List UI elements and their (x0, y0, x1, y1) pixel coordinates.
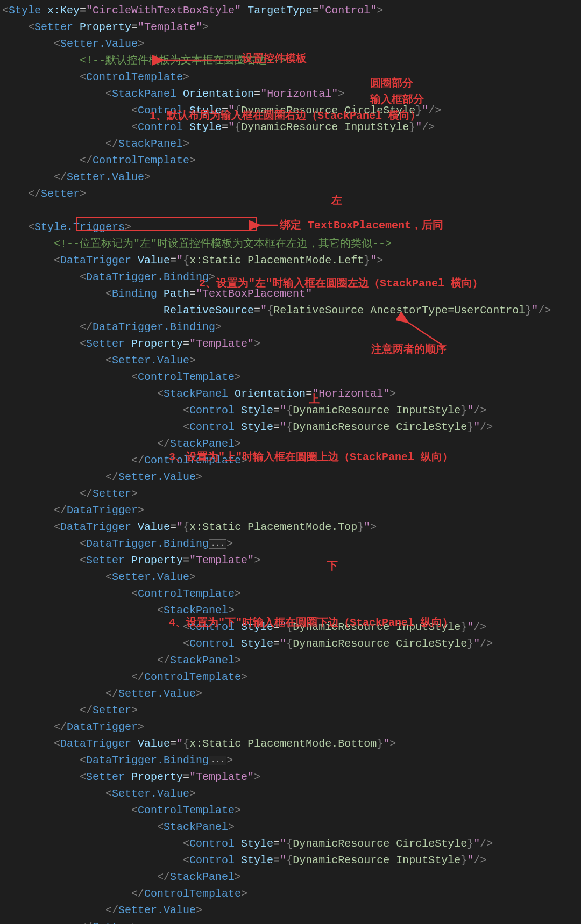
code-line[interactable]: </DataTrigger.Binding> (2, 319, 581, 335)
code-line[interactable]: <Control Style="{DynamicResource InputSt… (2, 852, 581, 869)
code-token: StackPanel (164, 388, 235, 400)
code-line[interactable]: <ControlTemplate> (2, 69, 581, 85)
code-token: </ (157, 438, 170, 450)
code-token: </ (54, 721, 67, 733)
code-line[interactable]: </Setter.Value> (2, 169, 581, 185)
code-line[interactable]: <DataTrigger Value="{x:Static PlacementM… (2, 519, 581, 535)
code-line[interactable]: </DataTrigger> (2, 719, 581, 735)
arrow-order (406, 320, 449, 347)
code-line[interactable]: </ControlTemplate> (2, 152, 581, 169)
code-token: </ (54, 504, 67, 517)
code-line[interactable]: </Setter.Value> (2, 902, 581, 919)
code-token: < (105, 571, 112, 583)
code-token: = (273, 638, 280, 650)
code-line[interactable]: </StackPanel> (2, 869, 581, 885)
code-line[interactable]: <Setter.Value> (2, 569, 581, 585)
code-line[interactable]: <StackPanel Orientation="Horizontal"> (2, 85, 581, 102)
code-token: Setter (93, 488, 131, 500)
code-token: x:Static PlacementMode.Top (189, 521, 357, 533)
annotation-circle-part: 圆圈部分 (370, 75, 413, 92)
annotation-set-template: 设置控件模板 (242, 51, 307, 67)
code-token: " (473, 421, 480, 433)
code-line[interactable]: <ControlTemplate> (2, 369, 581, 385)
code-line[interactable]: <Setter Property="Template"> (2, 19, 581, 35)
code-token: DataTrigger.Binding (86, 538, 209, 550)
code-token: " (467, 621, 473, 633)
code-token: DataTrigger.Binding (86, 271, 209, 283)
code-token: > (196, 471, 202, 483)
code-token: < (80, 538, 86, 550)
code-line[interactable]: </StackPanel> (2, 652, 581, 669)
code-token: } (377, 737, 383, 750)
code-token: > (228, 821, 235, 833)
code-line[interactable]: <ControlTemplate> (2, 585, 581, 602)
code-line[interactable]: <Setter Property="Template"> (2, 335, 581, 352)
code-token: " (176, 521, 183, 533)
code-token: x:Static PlacementMode.Bottom (189, 737, 377, 750)
code-line[interactable]: </Setter.Value> (2, 685, 581, 702)
fold-indicator[interactable]: ... (209, 756, 226, 765)
code-token: " (280, 854, 286, 866)
code-token: Property (131, 338, 183, 350)
code-token: < (28, 221, 34, 233)
code-token: /> (473, 854, 486, 866)
code-token: > (235, 588, 241, 600)
code-token: StackPanel (170, 871, 235, 883)
code-line[interactable]: <Control Style="{DynamicResource CircleS… (2, 835, 581, 852)
code-token: "Horizontal" (312, 388, 389, 400)
code-token: DataTrigger (67, 504, 138, 517)
annotation-tip-1: 1、默认布局为输入框在圆圈右边（StackPanel 横向） (150, 108, 421, 124)
code-token: } (460, 621, 467, 633)
code-token: StackPanel (170, 438, 235, 450)
code-token: < (131, 104, 138, 117)
code-line[interactable]: <Control Style="{DynamicResource InputSt… (2, 402, 581, 419)
code-line[interactable]: <DataTrigger Value="{x:Static PlacementM… (2, 252, 581, 269)
code-token: < (54, 737, 60, 750)
code-token: x:Key (47, 4, 80, 17)
code-line[interactable]: </Setter> (2, 185, 581, 202)
code-token: > (183, 138, 189, 150)
code-line[interactable]: <DataTrigger.Binding...> (2, 535, 581, 552)
code-line[interactable]: <Style x:Key="CircleWithTextBoxStyle" Ta… (2, 2, 581, 19)
code-token: DynamicResource CircleStyle (293, 421, 467, 433)
code-line[interactable]: <StackPanel> (2, 819, 581, 835)
code-token: > (235, 871, 241, 883)
code-line[interactable]: RelativeSource="{RelativeSource Ancestor… (2, 302, 581, 319)
code-token: < (157, 604, 164, 617)
code-token: ControlTemplate (144, 887, 241, 900)
code-token: } (467, 421, 473, 433)
code-token: { (183, 521, 189, 533)
code-line[interactable]: <StackPanel Orientation="Horizontal"> (2, 385, 581, 402)
code-line[interactable]: </Setter> (2, 485, 581, 502)
code-token: < (183, 638, 189, 650)
code-line[interactable]: </Setter.Value> (2, 469, 581, 485)
code-line[interactable]: </StackPanel> (2, 135, 581, 152)
code-line[interactable]: <DataTrigger Value="{x:Static PlacementM… (2, 735, 581, 752)
code-token: } (364, 254, 370, 267)
code-token: " (260, 304, 267, 317)
code-token: } (467, 837, 473, 850)
code-line[interactable]: <DataTrigger.Binding...> (2, 752, 581, 769)
code-line[interactable]: <Setter.Value> (2, 352, 581, 369)
code-line[interactable]: </Setter> (2, 919, 581, 924)
code-token: < (157, 821, 164, 833)
code-line[interactable]: <Control Style="{DynamicResource CircleS… (2, 419, 581, 435)
code-line[interactable]: <!--位置标记为"左"时设置控件模板为文本框在左边，其它的类似--> (2, 235, 581, 252)
code-line[interactable]: </ControlTemplate> (2, 885, 581, 902)
code-token: Value (138, 737, 170, 750)
code-token: </ (105, 904, 118, 916)
code-line[interactable]: <Control Style="{DynamicResource CircleS… (2, 635, 581, 652)
code-line[interactable]: </Setter> (2, 702, 581, 719)
code-line[interactable]: <ControlTemplate> (2, 802, 581, 819)
code-line[interactable]: <Setter Property="Template"> (2, 552, 581, 569)
code-line[interactable]: <Setter.Value> (2, 35, 581, 52)
code-line[interactable]: </ControlTemplate> (2, 669, 581, 685)
code-token: DataTrigger (60, 737, 138, 750)
code-line[interactable]: </DataTrigger> (2, 502, 581, 519)
code-line[interactable]: <Setter Property="Template"> (2, 769, 581, 785)
code-token: } (460, 854, 467, 866)
code-line[interactable]: <Setter.Value> (2, 785, 581, 802)
code-token: "Template" (138, 21, 202, 33)
code-token: </ (80, 321, 93, 333)
fold-indicator[interactable]: ... (209, 539, 226, 549)
